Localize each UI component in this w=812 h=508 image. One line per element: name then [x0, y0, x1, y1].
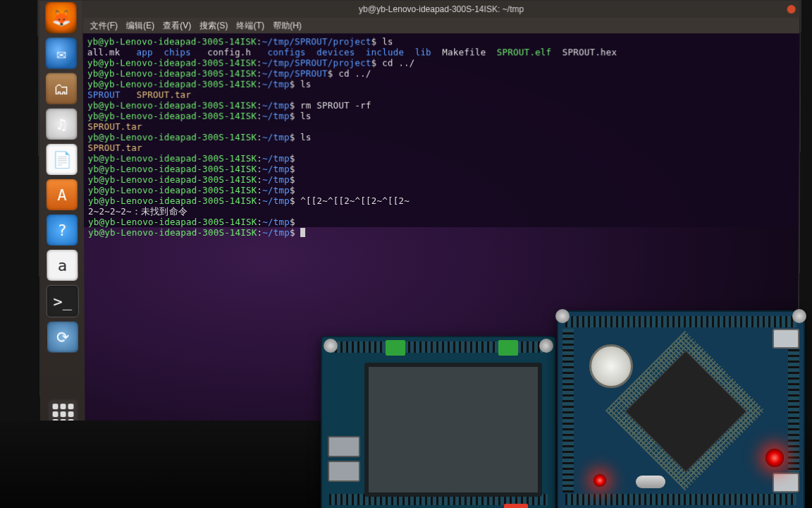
- hdmi-connector: [328, 436, 360, 457]
- dock-thunderbird[interactable]: ✉: [46, 37, 77, 68]
- launcher-dock: 🦊 ✉ 🗂 ♫ 📄 A ? a >_ ⟳: [39, 1, 85, 430]
- menu-file[interactable]: 文件(F): [90, 20, 118, 32]
- rhythmbox-icon: ♫: [57, 115, 66, 133]
- thunderbird-icon: ✉: [56, 44, 66, 62]
- firefox-icon: 🦊: [51, 9, 70, 27]
- close-icon[interactable]: [787, 5, 796, 13]
- lcd-dev-board: [321, 336, 556, 508]
- terminal-title-text: yb@yb-Lenovo-ideapad-300S-14ISK: ~/tmp: [359, 4, 524, 14]
- terminal-output[interactable]: yb@yb-Lenovo-ideapad-300S-14ISK:~/tmp/SP…: [83, 33, 800, 241]
- hdmi-connector-2: [328, 461, 360, 482]
- usb-connector-2: [773, 473, 799, 492]
- software-icon: A: [57, 186, 66, 203]
- coin-cell-battery: [589, 344, 633, 388]
- writer-icon: 📄: [52, 150, 71, 168]
- terminal-titlebar[interactable]: yb@yb-Lenovo-ideapad-300S-14ISK: ~/tmp: [82, 1, 799, 18]
- status-led: [593, 474, 606, 487]
- dock-writer[interactable]: 📄: [46, 144, 77, 175]
- cursor: [300, 228, 305, 237]
- amazon-icon: a: [58, 256, 67, 274]
- dock-software[interactable]: A: [47, 179, 78, 210]
- dock-updater[interactable]: ⟳: [47, 322, 78, 353]
- crystal-oscillator: [636, 476, 665, 488]
- menu-search[interactable]: 搜索(S): [199, 20, 228, 32]
- help-icon: ?: [57, 221, 66, 238]
- dock-rhythmbox[interactable]: ♫: [46, 109, 77, 140]
- stm32-dev-board: [557, 310, 805, 508]
- dock-help[interactable]: ?: [47, 214, 78, 246]
- menu-edit[interactable]: 编辑(E): [126, 20, 154, 32]
- files-icon: 🗂: [54, 80, 69, 97]
- dock-files[interactable]: 🗂: [46, 73, 77, 104]
- photo-scene: 星期三 21:0 zh ⎋ 🔊 ⏻ 🦊 ✉ 🗂 ♫ 📄 A ? a >_ ⟳: [0, 0, 812, 508]
- lcd-screen: [364, 363, 542, 497]
- menu-terminal[interactable]: 终端(T): [237, 20, 264, 32]
- dock-firefox[interactable]: 🦊: [45, 2, 76, 33]
- terminal-icon: >_: [53, 292, 72, 310]
- menu-view[interactable]: 查看(V): [163, 20, 191, 32]
- usb-connector: [773, 329, 799, 349]
- mcu-chip: [625, 351, 747, 473]
- menu-help[interactable]: 帮助(H): [273, 20, 302, 32]
- terminal-menubar: 文件(F) 编辑(E) 查看(V) 搜索(S) 终端(T) 帮助(H): [83, 18, 800, 33]
- dock-terminal[interactable]: >_: [47, 285, 79, 318]
- dock-amazon[interactable]: a: [47, 250, 78, 281]
- power-led: [765, 449, 784, 467]
- terminal-window[interactable]: yb@yb-Lenovo-ideapad-300S-14ISK: ~/tmp 文…: [82, 1, 799, 227]
- updater-icon: ⟳: [56, 328, 69, 346]
